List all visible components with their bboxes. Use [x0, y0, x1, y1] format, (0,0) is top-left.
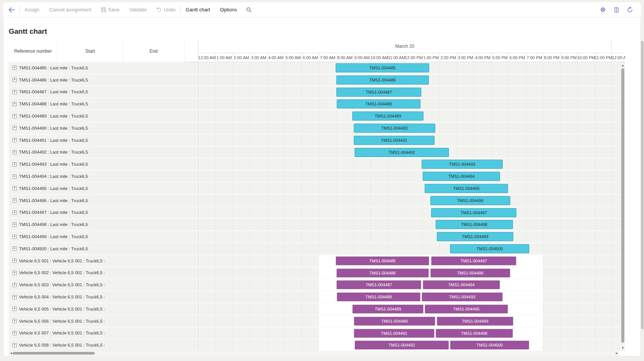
vehicle-assignment-bar[interactable]: TMS1-004500 [450, 341, 529, 350]
order-bar[interactable]: TMS1-004499 [437, 232, 513, 241]
expand-button[interactable]: + [13, 319, 17, 323]
order-bar[interactable]: TMS1-004493 [422, 160, 503, 169]
vehicle-assignment-bar[interactable]: TMS1-004488 [337, 292, 420, 301]
expand-button[interactable]: + [13, 235, 17, 239]
page-scrollbar-thumb[interactable] [641, 41, 644, 329]
vehicle-assignment-bar[interactable]: TMS1-004486 [336, 268, 429, 278]
order-row[interactable]: +TMS1-004497 : Last mile : Truck6,5TMS1-… [9, 207, 625, 219]
order-bar[interactable]: TMS1-004498 [436, 220, 513, 229]
expand-button[interactable]: + [13, 198, 17, 202]
expand-button[interactable]: + [13, 186, 17, 190]
order-row[interactable]: +TMS1-004491 : Last mile : Truck6,5TMS1-… [9, 135, 625, 147]
order-bar[interactable]: TMS1-004500 [450, 244, 529, 253]
vehicle-row[interactable]: +Vehicle 6,5 007 : Vehicle 6,5 001 : Tru… [9, 328, 625, 340]
expand-button[interactable]: + [13, 138, 17, 142]
vehicle-assignment-bar[interactable]: TMS1-004499 [437, 317, 513, 326]
vehicle-assignment-bar[interactable]: TMS1-004492 [355, 341, 449, 350]
vehicle-assignment-bar[interactable]: TMS1-004487 [336, 280, 421, 289]
order-row[interactable]: +TMS1-004493 : Last mile : Truck6,5TMS1-… [9, 159, 625, 171]
vehicle-assignment-bar[interactable]: TMS1-004497 [431, 256, 516, 265]
order-bar[interactable]: TMS1-004486 [336, 75, 429, 85]
order-row[interactable]: +TMS1-004499 : Last mile : Truck6,5TMS1-… [9, 231, 625, 243]
scroll-up-arrow[interactable]: ▴ [621, 63, 625, 67]
order-bar[interactable]: TMS1-004489 [352, 111, 424, 121]
expand-button[interactable]: + [13, 102, 17, 106]
search-button[interactable] [242, 2, 256, 17]
guide-button[interactable] [611, 5, 621, 15]
vehicle-assignment-bar[interactable]: TMS1-004496 [430, 268, 510, 278]
expand-button[interactable]: + [13, 90, 17, 94]
order-bar[interactable]: TMS1-004488 [337, 99, 420, 108]
vehicle-assignment-bar[interactable]: TMS1-004485 [336, 256, 429, 265]
expand-button[interactable]: + [13, 331, 17, 335]
order-row[interactable]: +TMS1-004485 : Last mile : Truck6,5TMS1-… [9, 62, 625, 74]
order-bar[interactable]: TMS1-004494 [423, 172, 500, 181]
vehicle-assignment-bar[interactable]: TMS1-004498 [436, 329, 513, 338]
expand-button[interactable]: + [13, 283, 17, 287]
expand-button[interactable]: + [13, 66, 17, 70]
column-header-reference-number[interactable]: Reference number [9, 40, 58, 62]
order-bar[interactable]: TMS1-004485 [336, 63, 429, 72]
expand-button[interactable]: + [13, 343, 17, 347]
order-row[interactable]: +TMS1-004496 : Last mile : Truck6,5TMS1-… [9, 195, 625, 207]
order-row[interactable]: +TMS1-004486 : Last mile : Truck6,5TMS1-… [9, 74, 625, 86]
column-header-end[interactable]: End [123, 40, 184, 62]
undo-button[interactable]: Undo [152, 2, 180, 17]
expand-button[interactable]: + [13, 126, 17, 130]
order-bar[interactable]: TMS1-004496 [430, 196, 510, 205]
order-bar[interactable]: TMS1-004497 [431, 208, 516, 217]
vehicle-row[interactable]: +Vehicle 6,5 005 : Vehicle 6,5 001 : Tru… [9, 303, 625, 315]
expand-button[interactable]: + [13, 150, 17, 154]
validate-button[interactable]: Validate [124, 2, 152, 17]
vehicle-assignment-bar[interactable]: TMS1-004490 [354, 317, 435, 326]
save-button[interactable]: Save [96, 2, 125, 17]
refresh-button[interactable] [625, 5, 635, 15]
gantt-chart-menu-button[interactable]: Gantt chart [181, 2, 215, 17]
order-bar[interactable]: TMS1-004491 [354, 136, 435, 145]
cancel-assignment-button[interactable]: Cancel assignment [44, 2, 96, 17]
column-header-start[interactable]: Start [58, 40, 123, 62]
expand-button[interactable]: + [13, 307, 17, 311]
assign-button[interactable]: Assign [20, 2, 44, 17]
expand-button[interactable]: + [13, 174, 17, 179]
order-row[interactable]: +TMS1-004500 : Last mile : Truck6,5TMS1-… [9, 243, 625, 255]
vehicle-row[interactable]: +Vehicle 6,5 008 : Vehicle 6,5 001 : Tru… [9, 339, 625, 351]
order-row[interactable]: +TMS1-004489 : Last mile : Truck6,5TMS1-… [9, 110, 625, 122]
order-row[interactable]: +TMS1-004488 : Last mile : Truck6,5TMS1-… [9, 98, 625, 110]
order-bar[interactable]: TMS1-004495 [425, 184, 508, 193]
expand-button[interactable]: + [13, 223, 17, 227]
order-row[interactable]: +TMS1-004492 : Last mile : Truck6,5TMS1-… [9, 147, 625, 159]
expand-button[interactable]: + [13, 162, 17, 166]
expand-button[interactable]: + [13, 295, 17, 299]
order-bar[interactable]: TMS1-004492 [355, 148, 449, 157]
order-row[interactable]: +TMS1-004495 : Last mile : Truck6,5TMS1-… [9, 183, 625, 195]
options-menu-button[interactable]: Options [215, 2, 242, 17]
expand-button[interactable]: + [13, 271, 17, 275]
order-bar[interactable]: TMS1-004490 [354, 124, 435, 133]
vehicle-row[interactable]: +Vehicle 6,5 003 : Vehicle 6,5 001 : Tru… [9, 279, 625, 291]
vehicle-row[interactable]: +Vehicle 6,5 001 : Vehicle 6,5 001 : Tru… [9, 255, 625, 267]
order-row[interactable]: +TMS1-004494 : Last mile : Truck6,5TMS1-… [9, 171, 625, 183]
scroll-right-arrow[interactable]: ▸ [614, 351, 619, 356]
expand-button[interactable]: + [13, 259, 17, 263]
vehicle-assignment-bar[interactable]: TMS1-004494 [423, 280, 500, 289]
order-row[interactable]: +TMS1-004498 : Last mile : Truck6,5TMS1-… [9, 219, 625, 231]
expand-button[interactable]: + [13, 78, 17, 82]
personalize-button[interactable] [598, 5, 608, 15]
order-row[interactable]: +TMS1-004490 : Last mile : Truck6,5TMS1-… [9, 122, 625, 135]
vertical-scrollbar-thumb[interactable] [621, 68, 624, 343]
horizontal-scrollbar[interactable]: ◂ ▸ [9, 351, 619, 356]
horizontal-scrollbar-thumb[interactable] [13, 352, 95, 355]
expand-button[interactable]: + [13, 246, 17, 251]
expand-button[interactable]: + [13, 210, 17, 215]
vehicle-assignment-bar[interactable]: TMS1-004489 [352, 304, 424, 314]
expand-button[interactable]: + [13, 114, 17, 118]
vehicle-assignment-bar[interactable]: TMS1-004491 [354, 329, 435, 338]
order-row[interactable]: +TMS1-004487 : Last mile : Truck6,5TMS1-… [9, 86, 625, 99]
scroll-down-arrow[interactable]: ▾ [621, 346, 625, 350]
vehicle-row[interactable]: +Vehicle 6,5 002 : Vehicle 6,5 001 : Tru… [9, 267, 625, 279]
vehicle-assignment-bar[interactable]: TMS1-004493 [422, 292, 503, 301]
vehicle-assignment-bar[interactable]: TMS1-004495 [425, 304, 508, 314]
vertical-scrollbar[interactable]: ▴ ▾ [621, 63, 625, 350]
back-button[interactable] [3, 2, 19, 17]
